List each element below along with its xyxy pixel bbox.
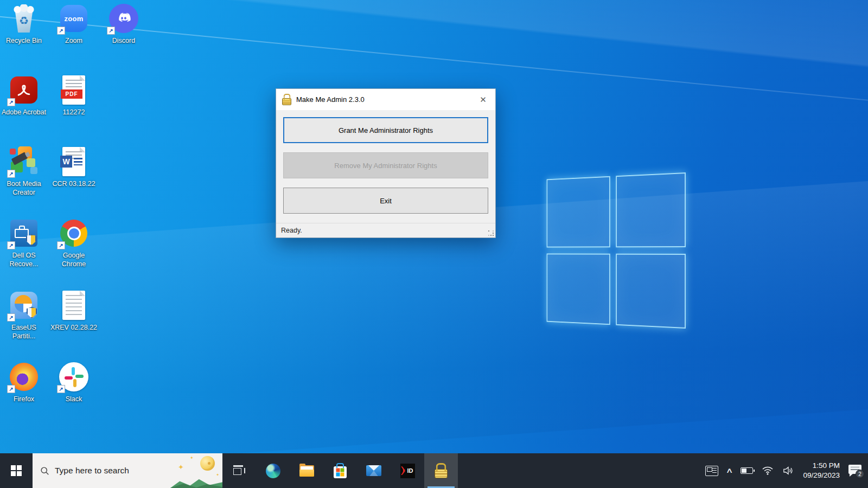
taskbar-app-mail[interactable]: [357, 453, 391, 488]
recycle-bin-icon: ♻: [9, 3, 39, 34]
desktop-icon-boot-media-creator[interactable]: ↗ Boot Media Creator: [0, 146, 48, 197]
speaker-icon: [782, 466, 794, 476]
status-bar: Ready.: [276, 223, 495, 237]
desktop-icon-recycle-bin[interactable]: ♻ Recycle Bin: [0, 3, 48, 45]
taskbar: ✦ ✦ ✦: [0, 453, 868, 488]
taskbar-spacer: [458, 453, 705, 488]
icon-label: Adobe Acrobat: [0, 108, 48, 117]
resize-grip-icon[interactable]: [488, 230, 494, 236]
icon-label: 112272: [50, 108, 98, 117]
shortcut-arrow-icon: ↗: [7, 385, 15, 393]
icon-label: Recycle Bin: [0, 36, 48, 45]
search-input[interactable]: [55, 466, 147, 476]
status-text: Ready.: [281, 227, 302, 234]
icon-label: EaseUS Partiti...: [0, 323, 48, 341]
volume-control[interactable]: [782, 466, 794, 476]
sparkle-icon: ✦: [216, 473, 219, 477]
microsoft-edge-icon: [266, 464, 280, 478]
zoom-app-icon: zoom ↗: [59, 3, 89, 34]
desktop-icon-discord[interactable]: ↗ Discord: [100, 3, 148, 45]
icon-label: XREV 02.28.22: [50, 323, 98, 332]
file-explorer-icon: [299, 465, 314, 477]
taskbar-app-microsoft-edge[interactable]: [256, 453, 290, 488]
desktop-icon-112272-pdf[interactable]: PDF 112272: [50, 75, 98, 117]
icon-label: CCR 03.18.22: [50, 179, 98, 188]
news-and-interests-button[interactable]: [705, 466, 718, 476]
close-button[interactable]: ✕: [471, 89, 495, 110]
pdf-file-icon: PDF: [59, 75, 89, 105]
shortcut-arrow-icon: ↗: [57, 27, 65, 35]
wifi-icon: [762, 466, 774, 476]
adobe-acrobat-icon: ↗: [9, 75, 39, 105]
clock-date: 09/29/2023: [803, 471, 840, 480]
taskbar-search-box[interactable]: ✦ ✦ ✦: [33, 453, 222, 488]
desktop-icon-google-chrome[interactable]: ↗ Google Chrome: [50, 218, 98, 268]
clock-time: 1:50 PM: [803, 461, 840, 471]
icon-label: Google Chrome: [50, 251, 98, 268]
firefox-icon: ↗: [9, 362, 39, 392]
padlock-icon: [435, 469, 448, 478]
system-tray: ∧ 1:50 PM 09/29/2023 2: [705, 453, 868, 488]
news-icon: [705, 466, 718, 476]
windows-logo-pane: [547, 253, 610, 325]
icon-label: Slack: [50, 395, 98, 403]
discord-icon: ↗: [108, 3, 139, 34]
windows-logo-pane: [547, 176, 610, 248]
shortcut-arrow-icon: ↗: [7, 170, 15, 178]
desktop-icon-zoom[interactable]: zoom ↗ Zoom: [50, 3, 98, 45]
taskbar-app-id[interactable]: ID: [391, 453, 424, 488]
desktop-icon-firefox[interactable]: ↗ Firefox: [0, 362, 48, 403]
desktop-icon-slack[interactable]: ↗ Slack: [50, 362, 98, 403]
icon-label: Zoom: [50, 36, 98, 45]
bing-daily-image[interactable]: ✦ ✦ ✦: [170, 453, 222, 488]
action-center-button[interactable]: 2: [848, 465, 863, 477]
text-file-icon: [59, 290, 89, 320]
window-body: Grant Me Administrator Rights Remove My …: [276, 110, 495, 223]
icon-label: Dell OS Recove...: [0, 251, 48, 268]
desktop-icon-adobe-acrobat[interactable]: ↗ Adobe Acrobat: [0, 75, 48, 117]
padlock-icon: [282, 98, 291, 105]
desktop-icon-easeus-partition[interactable]: ↗ EaseUS Partiti...: [0, 290, 48, 341]
battery-icon: [741, 467, 753, 474]
boot-media-creator-icon: ↗: [9, 146, 39, 177]
windows-logo-pane: [616, 172, 686, 247]
google-chrome-icon: ↗: [59, 218, 89, 248]
microsoft-store-icon: [334, 466, 347, 478]
shortcut-arrow-icon: ↗: [107, 27, 115, 35]
make-me-admin-window: Make Me Admin 2.3.0 ✕ Grant Me Administr…: [276, 88, 496, 238]
shortcut-arrow-icon: ↗: [7, 313, 15, 322]
easeus-partition-icon: ↗: [9, 290, 39, 320]
shortcut-arrow-icon: ↗: [7, 98, 15, 106]
dell-os-recovery-icon: ↗: [9, 218, 39, 248]
taskbar-app-make-me-admin[interactable]: [424, 453, 458, 488]
desktop-icon-ccr-word-doc[interactable]: W CCR 03.18.22: [50, 146, 98, 188]
sparkle-icon: ✦: [178, 463, 184, 471]
moon-crater: [208, 462, 210, 465]
wallpaper-windows-logo: [547, 172, 686, 329]
desktop-icon-xrev-doc[interactable]: XREV 02.28.22: [50, 290, 98, 332]
mail-icon: [366, 465, 381, 476]
taskbar-clock[interactable]: 1:50 PM 09/29/2023: [803, 461, 840, 480]
taskbar-app-task-view[interactable]: [222, 453, 256, 488]
notification-badge: 2: [856, 470, 864, 478]
exit-button[interactable]: Exit: [283, 188, 488, 214]
windows-start-icon: [11, 465, 22, 476]
desktop-icon-dell-os-recovery[interactable]: ↗ Dell OS Recove...: [0, 218, 48, 268]
remove-admin-rights-button[interactable]: Remove My Administrator Rights: [283, 152, 488, 178]
grant-admin-rights-button[interactable]: Grant Me Administrator Rights: [283, 117, 488, 143]
desktop-wallpaper: ♻ Recycle Bin zoom ↗ Zoom ↗ Discord ↗ Ad…: [0, 0, 868, 453]
icon-label: Firefox: [0, 395, 48, 403]
icon-label: Discord: [100, 36, 148, 45]
taskbar-app-file-explorer[interactable]: [290, 453, 323, 488]
show-hidden-icons-button[interactable]: ∧: [726, 466, 733, 474]
battery-status[interactable]: [741, 467, 753, 474]
sparkle-icon: ✦: [190, 455, 194, 460]
window-titlebar[interactable]: Make Me Admin 2.3.0 ✕: [276, 89, 495, 110]
network-status[interactable]: [762, 466, 774, 476]
start-button[interactable]: [0, 453, 33, 488]
window-title: Make Me Admin 2.3.0: [296, 95, 471, 104]
taskbar-app-microsoft-store[interactable]: [323, 453, 357, 488]
id-app-icon: ID: [400, 464, 415, 478]
slack-icon: ↗: [59, 362, 89, 392]
shortcut-arrow-icon: ↗: [7, 241, 15, 249]
